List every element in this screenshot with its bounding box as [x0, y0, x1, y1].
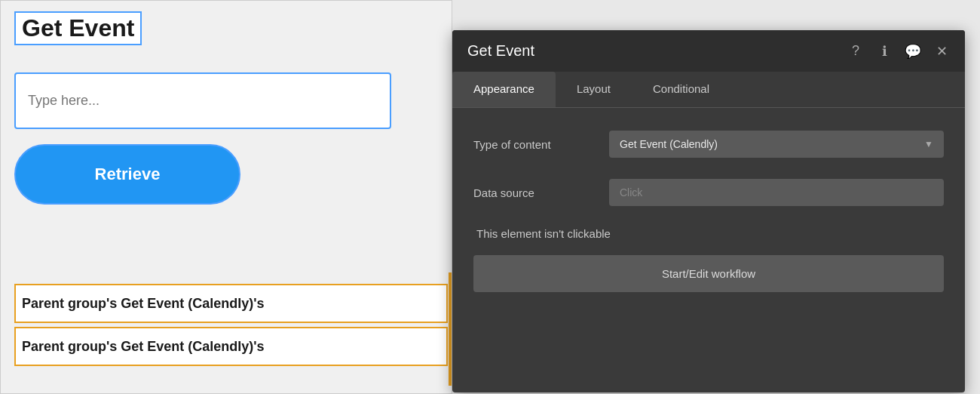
tab-conditional[interactable]: Conditional	[632, 72, 730, 107]
canvas-input-wrapper[interactable]	[14, 72, 391, 129]
panel-icon-group: ? ℹ 💬 ✕	[847, 43, 950, 60]
data-source-label: Data source	[473, 186, 609, 199]
workflow-button[interactable]: Start/Edit workflow	[473, 255, 944, 292]
data-source-input[interactable]: Click	[609, 179, 944, 206]
not-clickable-label: This element isn't clickable	[473, 227, 944, 240]
canvas-area: Get Event Retrieve Parent group's Get Ev…	[0, 0, 452, 394]
close-icon[interactable]: ✕	[933, 43, 950, 60]
chat-icon[interactable]: 💬	[905, 43, 921, 60]
panel-tabs: Appearance Layout Conditional	[452, 72, 965, 108]
tab-appearance[interactable]: Appearance	[452, 72, 556, 107]
panel-body: Type of content Get Event (Calendly) ▼ D…	[452, 108, 965, 315]
info-icon[interactable]: ℹ	[876, 43, 893, 60]
panel: Get Event ? ℹ 💬 ✕ Appearance Layout Cond…	[452, 30, 965, 392]
right-accent	[449, 272, 452, 386]
tab-layout[interactable]: Layout	[556, 72, 632, 107]
type-of-content-row: Type of content Get Event (Calendly) ▼	[473, 131, 944, 158]
panel-header: Get Event ? ℹ 💬 ✕	[452, 30, 965, 72]
panel-title: Get Event	[467, 42, 534, 60]
help-icon[interactable]: ?	[847, 43, 864, 60]
type-of-content-value: Get Event (Calendly)	[620, 138, 718, 150]
type-of-content-label: Type of content	[473, 138, 609, 151]
retrieve-button[interactable]: Retrieve	[14, 144, 240, 205]
parent-group-row-2: Parent group's Get Event (Calendly)'s	[14, 327, 448, 366]
data-source-row: Data source Click	[473, 179, 944, 206]
canvas-text-input[interactable]	[28, 93, 378, 109]
dropdown-arrow-icon: ▼	[924, 139, 933, 149]
canvas-title: Get Event	[14, 11, 142, 45]
parent-group-row-1: Parent group's Get Event (Calendly)'s	[14, 284, 448, 323]
type-of-content-dropdown[interactable]: Get Event (Calendly) ▼	[609, 131, 944, 158]
